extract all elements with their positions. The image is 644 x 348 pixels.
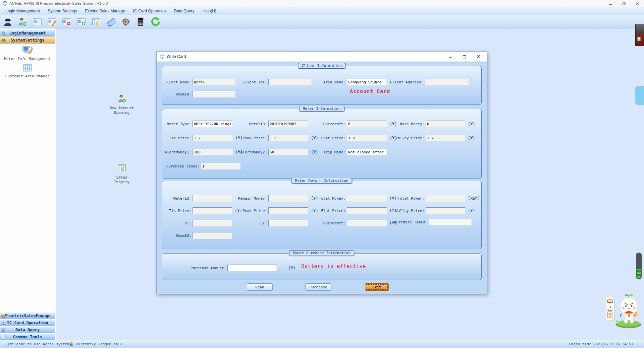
truck-icon [1, 314, 6, 319]
meter-id-input[interactable] [268, 121, 308, 127]
shortcut-new-account-opening[interactable]: New Account Opening [107, 94, 137, 115]
meter-valley-price-field: Valley Price: (¥) [426, 135, 475, 141]
meter-valley-price-input[interactable] [426, 135, 465, 141]
menu-help[interactable]: Help(H) [199, 7, 220, 15]
area-name-field: Area Name: [347, 79, 387, 85]
window-title: ACREL-RFMS-III Prepaid Electricity Sales… [9, 1, 108, 5]
total-power-input[interactable] [426, 195, 465, 202]
sidebar-group-system-settings[interactable]: SystemSettings [0, 37, 55, 44]
application-window: ACREL-RFMS-III Prepaid Electricity Sales… [0, 0, 644, 348]
app-logo-icon [2, 1, 7, 7]
menu-ic-card-operation[interactable]: IC Card Operation [129, 7, 170, 15]
window-close-button[interactable] [631, 0, 644, 7]
card-edit-icon[interactable] [46, 16, 58, 27]
return-overdraft-input[interactable] [347, 220, 387, 226]
meter-flat-price-input[interactable] [347, 135, 387, 141]
return-peak-price-input[interactable] [268, 207, 308, 214]
base-money-input[interactable] [426, 121, 465, 127]
return-roomid-field: RoomID: [193, 232, 232, 239]
power-purchase-information-legend: Power Purchase Information [289, 250, 354, 256]
purchase-amount-input[interactable] [227, 265, 277, 271]
sidebar-group-ic-card-operation[interactable]: IC Card Operation [0, 320, 55, 326]
sidebar-group-login-management[interactable]: LoginManagement [0, 30, 55, 37]
menu-login-management[interactable]: Login Management [1, 7, 44, 15]
sidebar-group-data-query[interactable]: Data Query [0, 327, 55, 333]
meter-return-information-section: Meter Return Information MeterID: Remain… [162, 181, 482, 249]
return-purchase-times-field: Purchase Times: [429, 219, 472, 225]
statusbar-logged-in: Currently logged in u… [76, 342, 125, 346]
card-info-icon[interactable] [32, 16, 43, 27]
shortcut-label: Sales Inquiry [114, 175, 129, 184]
return-purchase-times-input[interactable] [429, 219, 472, 225]
sales-table-icon[interactable] [91, 16, 102, 27]
client-name-input[interactable] [193, 79, 235, 85]
mascot-character [612, 293, 644, 330]
alert-money1-input[interactable] [193, 149, 233, 155]
menu-data-query[interactable]: Data Query [170, 7, 198, 15]
meter-tip-price-input[interactable] [193, 135, 233, 141]
app-logo-icon [160, 54, 164, 59]
sidebar-group-common-tools[interactable]: Common Tools [0, 334, 55, 340]
menu-system-settings[interactable]: System Settings [44, 7, 81, 15]
dialog-maximize-button[interactable] [457, 52, 471, 62]
return-meter-id-input[interactable] [193, 195, 232, 202]
tools-icon [1, 328, 6, 333]
area-name-input[interactable] [347, 79, 387, 85]
window-restore-button[interactable] [617, 0, 631, 7]
shortcut-sales-inquiry[interactable]: Sales Inquiry [110, 163, 133, 185]
menu-electric-sales-manage[interactable]: Electric Sales Manage [81, 7, 129, 15]
meter-type-input[interactable] [193, 121, 233, 127]
monitor-pencil-icon[interactable] [0, 45, 55, 57]
purchase-button[interactable]: Purchase [305, 283, 331, 291]
pt-input[interactable] [193, 220, 232, 226]
return-flat-price-input[interactable] [347, 207, 387, 214]
logged-user-icon [69, 342, 73, 347]
read-button[interactable]: Read [247, 283, 273, 291]
notebook-icon [1, 335, 6, 340]
return-valley-price-input[interactable] [426, 207, 465, 214]
ime-indicator[interactable] [606, 296, 614, 321]
swipe-card-icon[interactable] [105, 16, 117, 27]
remain-money-input[interactable] [268, 195, 308, 202]
trip-mode-input[interactable] [347, 149, 387, 155]
docked-blue-tab [635, 86, 644, 105]
card-delete-icon[interactable] [61, 16, 72, 27]
meter-peak-price-input[interactable] [268, 135, 308, 141]
statusbar-login-time: Login time:2021/2/17 16:34:51 [569, 342, 633, 346]
new-account-icon[interactable] [17, 16, 28, 27]
client-roomid-input[interactable] [193, 91, 235, 97]
meter-tip-price-field: Tip Price: (¥) [193, 135, 243, 141]
toolbar [0, 15, 644, 28]
card-add-icon[interactable] [76, 16, 87, 27]
client-tel-field: Client Tel: [268, 79, 312, 85]
gear-icon [1, 31, 6, 36]
sidebar-item-meter-info-management[interactable]: Meter Info Management [0, 57, 55, 61]
alert-money2-input[interactable] [268, 149, 308, 155]
dialog-titlebar: Write Card [157, 52, 487, 62]
power-purchase-information-section: Power Purchase Information Purchase Amou… [162, 253, 482, 280]
calculator-icon[interactable] [135, 16, 146, 27]
sidebar-group-electric-sales-manage[interactable]: ElectricSalesManage [0, 312, 55, 319]
officer-icon[interactable] [2, 16, 13, 27]
total-money-input[interactable] [347, 195, 387, 202]
client-address-input[interactable] [425, 79, 469, 85]
overlapping-window-thumbnail [635, 24, 644, 46]
dialog-minimize-button[interactable] [443, 52, 457, 62]
meter-flat-price-field: Flat Price: (¥) [347, 135, 397, 141]
refresh-icon[interactable] [150, 16, 161, 27]
purchase-times-input[interactable] [201, 163, 240, 169]
exit-button[interactable]: Exit [365, 283, 389, 291]
meter-overdraft-input[interactable] [347, 121, 387, 127]
dialog-close-button[interactable] [471, 52, 485, 62]
return-tip-price-input[interactable] [193, 207, 232, 214]
sidebar-item-customer-area-manage[interactable]: Customer Area Manage [0, 74, 55, 78]
ct-input[interactable] [268, 220, 308, 226]
client-tel-input[interactable] [268, 79, 312, 85]
shortcut-label: New Account Opening [110, 106, 134, 115]
return-peak-price-field: Peak Price: (¥) [268, 207, 318, 214]
ct-field: CT: [268, 220, 308, 226]
helm-icon[interactable] [120, 16, 131, 27]
table-grid-icon[interactable] [0, 63, 55, 74]
return-roomid-input[interactable] [193, 232, 232, 239]
window-minimize-button[interactable] [604, 0, 617, 7]
